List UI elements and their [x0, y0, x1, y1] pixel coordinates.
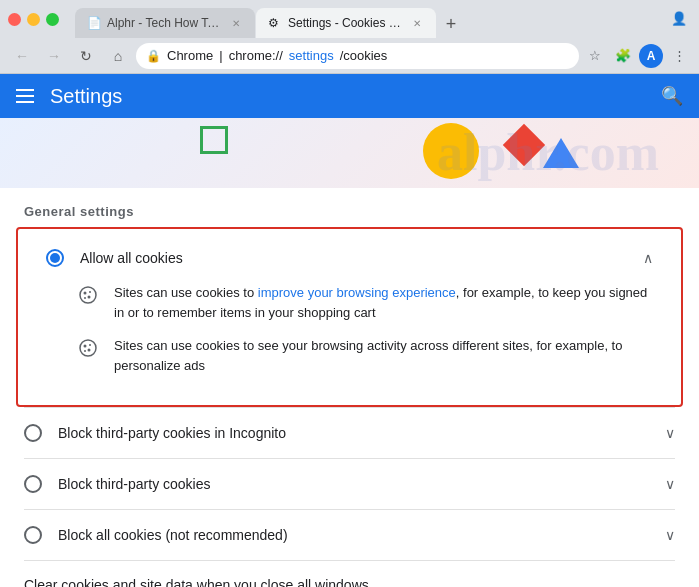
tab-bar: 📄 Alphr - Tech How To's & Guide... ✕ ⚙ S…	[75, 0, 659, 38]
block-incognito-row[interactable]: Block third-party cookies in Incognito ∨	[0, 408, 699, 458]
lock-icon: 🔒	[146, 49, 161, 63]
browser-menu-button[interactable]: ⋮	[667, 44, 691, 68]
svg-point-6	[84, 345, 87, 348]
forward-button[interactable]: →	[40, 42, 68, 70]
svg-point-0	[80, 287, 96, 303]
tab-label-alphr: Alphr - Tech How To's & Guide...	[107, 16, 223, 30]
general-settings-label: General settings	[0, 188, 699, 227]
block-all-chevron-icon: ∨	[665, 527, 675, 543]
svg-point-7	[89, 344, 91, 346]
allow-all-expanded-details: Sites can use cookies to improve your br…	[22, 283, 677, 401]
back-button[interactable]: ←	[8, 42, 36, 70]
block-third-party-chevron-icon: ∨	[665, 476, 675, 492]
url-separator: |	[219, 48, 222, 63]
block-incognito-label: Block third-party cookies in Incognito	[58, 425, 665, 441]
allow-all-cookies-row[interactable]: Allow all cookies ∧	[22, 233, 677, 283]
decorative-header: alphr.com	[0, 118, 699, 188]
block-incognito-chevron-icon: ∨	[665, 425, 675, 441]
allow-all-chevron-icon: ∧	[643, 250, 653, 266]
svg-point-3	[88, 296, 91, 299]
ham-line-3	[16, 101, 34, 103]
detail-text-1-highlight: improve your browsing experience	[258, 285, 456, 300]
block-third-party-row[interactable]: Block third-party cookies ∨	[0, 459, 699, 509]
url-scheme: chrome://	[229, 48, 283, 63]
block-third-party-label: Block third-party cookies	[58, 476, 665, 492]
detail-text-1: Sites can use cookies to improve your br…	[114, 283, 653, 322]
ham-line-1	[16, 89, 34, 91]
extensions-button[interactable]: 🧩	[611, 44, 635, 68]
tab-label-settings: Settings - Cookies and other s...	[288, 16, 404, 30]
settings-app: Settings 🔍 alphr.com General settings Al…	[0, 74, 699, 587]
settings-header: Settings 🔍	[0, 74, 699, 118]
block-all-row[interactable]: Block all cookies (not recommended) ∨	[0, 510, 699, 560]
tab-settings[interactable]: ⚙ Settings - Cookies and other s... ✕	[256, 8, 436, 38]
title-bar: 📄 Alphr - Tech How To's & Guide... ✕ ⚙ S…	[0, 0, 699, 38]
svg-point-9	[84, 350, 86, 352]
block-incognito-option: Block third-party cookies in Incognito ∨	[0, 408, 699, 458]
traffic-lights	[8, 13, 59, 26]
detail-text-2: Sites can use cookies to see your browsi…	[114, 336, 653, 375]
block-third-party-option: Block third-party cookies ∨	[0, 459, 699, 509]
tab-alphr[interactable]: 📄 Alphr - Tech How To's & Guide... ✕	[75, 8, 255, 38]
settings-search-icon[interactable]: 🔍	[661, 85, 683, 107]
bookmark-button[interactable]: ☆	[583, 44, 607, 68]
watermark: alphr.com	[437, 118, 659, 188]
url-suffix: /cookies	[340, 48, 388, 63]
hamburger-menu[interactable]	[16, 89, 34, 103]
svg-point-1	[84, 292, 87, 295]
settings-page-title: Settings	[50, 85, 122, 108]
url-bar[interactable]: 🔒 Chrome | chrome://settings/cookies	[136, 43, 579, 69]
svg-point-4	[84, 297, 86, 299]
tab-close-alphr[interactable]: ✕	[229, 16, 243, 30]
detail-item-2: Sites can use cookies to see your browsi…	[78, 336, 653, 375]
profile-avatar[interactable]: A	[639, 44, 663, 68]
address-bar-actions: ☆ 🧩 A ⋮	[583, 44, 691, 68]
detail-item-1: Sites can use cookies to improve your br…	[78, 283, 653, 322]
url-path: settings	[289, 48, 334, 63]
allow-all-radio[interactable]	[46, 249, 64, 267]
tab-close-settings[interactable]: ✕	[410, 16, 424, 30]
minimize-window-button[interactable]	[27, 13, 40, 26]
ham-line-2	[16, 95, 34, 97]
address-bar: ← → ↻ ⌂ 🔒 Chrome | chrome://settings/coo…	[0, 38, 699, 74]
svg-point-5	[80, 340, 96, 356]
maximize-window-button[interactable]	[46, 13, 59, 26]
new-tab-button[interactable]: +	[437, 10, 465, 38]
clear-cookies-row[interactable]: Clear cookies and site data when you clo…	[0, 561, 699, 587]
allow-all-cookies-option: Allow all cookies ∧ Sites can us	[16, 227, 683, 407]
home-button[interactable]: ⌂	[104, 42, 132, 70]
svg-point-2	[89, 291, 91, 293]
settings-content: General settings Allow all cookies ∧	[0, 188, 699, 587]
browser-frame: 📄 Alphr - Tech How To's & Guide... ✕ ⚙ S…	[0, 0, 699, 587]
block-all-label: Block all cookies (not recommended)	[58, 527, 665, 543]
svg-point-8	[88, 349, 91, 352]
cookie-icon-1	[78, 285, 98, 305]
block-all-radio[interactable]	[24, 526, 42, 544]
tab-favicon-settings: ⚙	[268, 16, 282, 30]
browser-right-controls: 👤	[667, 6, 691, 32]
browser-profile-button[interactable]: 👤	[667, 6, 691, 30]
reload-button[interactable]: ↻	[72, 42, 100, 70]
cookie-icon-2	[78, 338, 98, 358]
clear-cookies-label: Clear cookies and site data when you clo…	[24, 577, 675, 587]
block-third-party-radio[interactable]	[24, 475, 42, 493]
allow-all-radio-fill	[50, 253, 60, 263]
deco-green-square	[200, 126, 228, 154]
allow-all-label: Allow all cookies	[80, 250, 643, 266]
close-window-button[interactable]	[8, 13, 21, 26]
url-protocol: Chrome	[167, 48, 213, 63]
tab-favicon-alphr: 📄	[87, 16, 101, 30]
block-incognito-radio[interactable]	[24, 424, 42, 442]
block-all-option: Block all cookies (not recommended) ∨	[0, 510, 699, 560]
